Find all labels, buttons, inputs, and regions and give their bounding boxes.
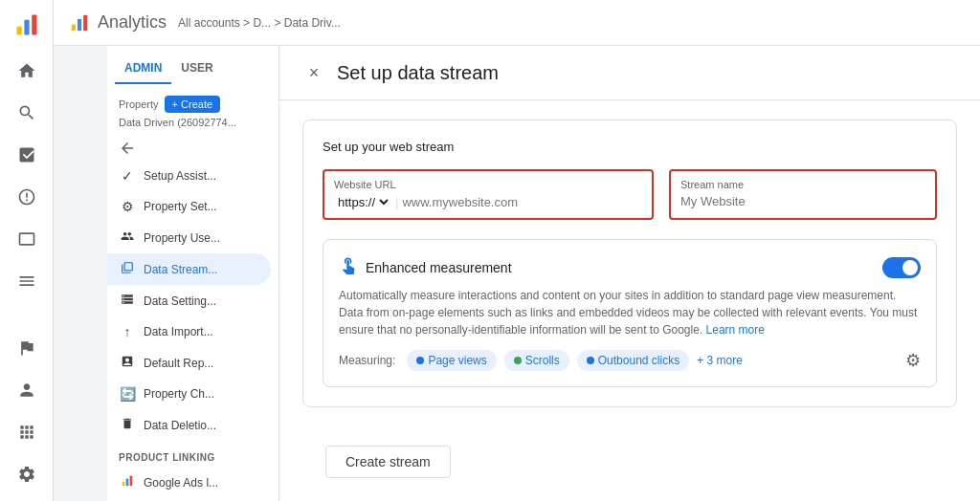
chip-dot-page-views — [416, 357, 424, 364]
setup-icon: ✓ — [119, 168, 136, 184]
sidebar-item-property-users[interactable]: Property Use... — [107, 222, 271, 253]
create-stream-button-container: Create stream — [279, 426, 980, 497]
home-nav-icon[interactable] — [8, 52, 46, 90]
tab-user[interactable]: USER — [171, 54, 222, 84]
main-area: ADMIN USER Property + Create Data Driven… — [107, 46, 980, 501]
measuring-row: Measuring: Page views Scrolls Outbound c… — [339, 350, 921, 371]
sidebar-item-label: Data Setting... — [144, 294, 216, 308]
sidebar-item-label: Setup Assist... — [144, 169, 216, 183]
stream-name-input[interactable] — [680, 194, 925, 208]
enhanced-description: Automatically measure interactions and c… — [339, 287, 921, 338]
sidebar-item-label: Data Import... — [144, 325, 213, 338]
sidebar-item-data-deletion[interactable]: Data Deletio... — [107, 409, 271, 441]
user-nav-icon[interactable] — [8, 371, 46, 409]
svg-rect-5 — [83, 14, 87, 31]
sidebar-item-label: Google Ads l... — [144, 476, 218, 490]
property-change-icon: 🔄 — [119, 386, 136, 402]
tab-admin[interactable]: ADMIN — [115, 54, 171, 84]
sidebar-item-default-report[interactable]: Default Rep... — [107, 347, 271, 379]
create-stream-button[interactable]: Create stream — [325, 446, 451, 478]
sidebar-item-label: Property Use... — [144, 231, 220, 245]
sidebar-item-label: Data Deletio... — [144, 419, 216, 432]
stream-name-input-row — [680, 194, 925, 208]
data-import-icon: ↑ — [119, 324, 136, 339]
chip-dot-scrolls — [514, 357, 522, 364]
app-title: Analytics — [98, 12, 167, 33]
grid-nav-icon[interactable] — [8, 413, 46, 451]
sidebar-item-google-ads[interactable]: Google Ads l... — [107, 467, 271, 498]
product-linking-label: PRODUCT LINKING — [107, 441, 278, 467]
enhanced-title-row: Enhanced measurement — [339, 255, 512, 279]
url-input-row: https:// http:// | — [334, 194, 642, 210]
chip-scrolls: Scrolls — [504, 350, 569, 371]
sidebar-item-data-import[interactable]: ↑ Data Import... — [107, 316, 271, 347]
sidebar-item-label: Property Set... — [144, 200, 217, 213]
bottom-settings-icon[interactable] — [8, 455, 46, 493]
left-navigation — [0, 0, 54, 501]
search-nav-icon[interactable] — [8, 94, 46, 132]
flag-nav-icon[interactable] — [8, 329, 46, 367]
app-logo — [10, 8, 44, 42]
create-property-button[interactable]: + Create — [165, 96, 221, 113]
sidebar-item-label: Property Ch... — [144, 387, 214, 401]
data-streams-icon — [119, 261, 136, 277]
modal-close-button[interactable]: × — [302, 61, 325, 84]
url-protocol-select[interactable]: https:// http:// — [334, 194, 391, 210]
website-url-label: Website URL — [334, 179, 642, 190]
enhanced-header: Enhanced measurement — [339, 255, 921, 279]
svg-rect-6 — [122, 482, 125, 486]
explore-nav-icon[interactable] — [8, 178, 46, 216]
enhanced-icon — [339, 255, 358, 279]
enhanced-measurement-section: Enhanced measurement Automatically measu… — [323, 239, 937, 387]
sidebar-item-property-settings[interactable]: ⚙ Property Set... — [107, 191, 271, 222]
web-stream-form-card: Set up your web stream Website URL https… — [302, 120, 957, 407]
header-breadcrumb: All accounts > D... > Data Driv... — [178, 16, 341, 30]
sidebar-item-label: Data Stream... — [144, 263, 217, 276]
property-label: Property — [119, 98, 159, 110]
enhanced-title: Enhanced measurement — [366, 260, 512, 275]
website-url-input[interactable] — [402, 195, 642, 209]
sidebar-tabs: ADMIN USER — [107, 54, 278, 84]
url-divider: | — [395, 195, 398, 209]
property-name: Data Driven (26092774... — [107, 117, 278, 136]
stream-name-label: Stream name — [680, 179, 925, 190]
svg-rect-2 — [32, 15, 36, 35]
website-url-field: Website URL https:// http:// | — [323, 169, 654, 220]
sidebar-item-data-settings[interactable]: Data Setting... — [107, 285, 271, 316]
setup-data-stream-panel: × Set up data stream Set up your web str… — [279, 46, 980, 501]
sidebar-item-property-change[interactable]: 🔄 Property Ch... — [107, 379, 271, 409]
content-area: × Set up data stream Set up your web str… — [279, 46, 980, 501]
svg-rect-8 — [130, 476, 133, 487]
users-icon — [119, 229, 136, 246]
stream-name-field: Stream name — [669, 169, 937, 220]
enhanced-measurement-toggle[interactable] — [882, 257, 921, 278]
url-and-name-row: Website URL https:// http:// | Stream — [323, 169, 937, 220]
toggle-thumb — [902, 260, 918, 275]
advertising-nav-icon[interactable] — [8, 220, 46, 258]
header-logo-area: Analytics — [69, 12, 167, 33]
learn-more-link[interactable]: Learn more — [706, 323, 765, 337]
configure-nav-icon[interactable] — [8, 262, 46, 300]
chip-outbound-clicks: Outbound clicks — [577, 350, 689, 371]
svg-rect-7 — [126, 478, 129, 486]
chip-page-views: Page views — [407, 350, 496, 371]
more-chips-link[interactable]: + 3 more — [697, 354, 743, 367]
modal-title: Set up data stream — [337, 62, 499, 84]
sidebar-item-setup[interactable]: ✓ Setup Assist... — [107, 161, 271, 191]
svg-rect-1 — [24, 20, 29, 35]
back-button[interactable] — [107, 136, 278, 161]
property-settings-icon: ⚙ — [119, 199, 136, 214]
svg-rect-3 — [72, 24, 76, 31]
modal-header: × Set up data stream — [279, 46, 980, 100]
admin-sidebar: ADMIN USER Property + Create Data Driven… — [107, 46, 279, 501]
enhanced-settings-gear[interactable]: ⚙ — [905, 350, 921, 371]
reports-nav-icon[interactable] — [8, 136, 46, 174]
sidebar-item-data-streams[interactable]: Data Stream... — [107, 253, 271, 285]
google-ads-icon — [119, 474, 136, 490]
top-header: Analytics All accounts > D... > Data Dri… — [54, 0, 980, 46]
svg-rect-0 — [16, 27, 21, 35]
form-card-title: Set up your web stream — [323, 140, 937, 154]
data-settings-icon — [119, 293, 136, 309]
data-deletion-icon — [119, 417, 136, 433]
sidebar-item-label: Default Rep... — [144, 357, 213, 370]
